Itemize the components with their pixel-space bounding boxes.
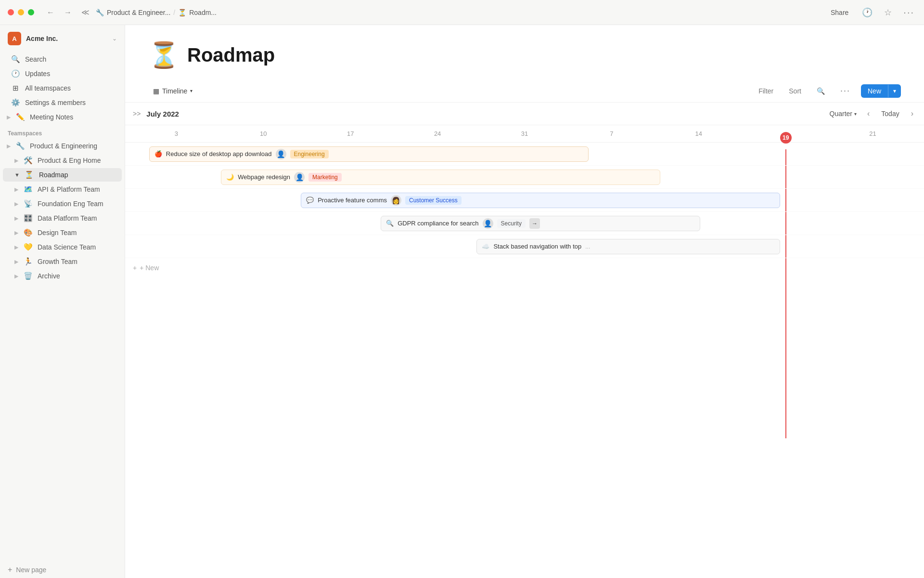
all-teamspaces-icon: ⊞ xyxy=(11,84,20,92)
growth-icon: 🏃 xyxy=(23,257,33,266)
share-button[interactable]: Share xyxy=(827,7,852,18)
timeline-nav-right: Quarter ▾ ‹ Today › xyxy=(826,107,916,120)
foundation-eng-icon: 📡 xyxy=(23,199,33,208)
growth-chevron: ▶ xyxy=(14,259,18,265)
task-label-4: GDPR compliance for search xyxy=(398,220,478,227)
sidebar-item-meeting-notes-label: Meeting Notes xyxy=(30,113,114,121)
new-button[interactable]: New xyxy=(861,84,888,98)
today-button[interactable]: Today xyxy=(876,108,904,119)
updates-icon: 🕐 xyxy=(11,69,20,78)
sidebar-item-search[interactable]: 🔍 Search xyxy=(3,53,122,66)
sort-button[interactable]: Sort xyxy=(784,85,806,97)
sidebar-toggle-button[interactable]: ≪ xyxy=(78,6,92,19)
view-chevron-icon: ▾ xyxy=(190,88,192,93)
more-options-button[interactable]: ··· xyxy=(901,5,916,20)
sidebar-item-api-platform[interactable]: ▶ 🗺️ API & Platform Team xyxy=(3,183,122,196)
sidebar-item-meeting-notes[interactable]: ▶ ✏️ Meeting Notes xyxy=(3,110,122,124)
design-chevron: ▶ xyxy=(14,230,18,236)
timeline-row-3: 💬 Proactive feature comms 👩 Customer Suc… xyxy=(125,189,924,212)
sidebar-item-api-platform-label: API & Platform Team xyxy=(38,185,114,193)
task-bar-gdpr[interactable]: 🔍 GDPR compliance for search 👤 Security … xyxy=(381,216,700,231)
task-emoji-5: ☁️ xyxy=(482,243,489,250)
breadcrumb-separator: / xyxy=(173,9,175,16)
titlebar: ← → ≪ 🔧 Product & Engineer... / ⏳ Roadm.… xyxy=(0,0,924,25)
new-page-label: New page xyxy=(16,566,46,574)
sidebar-item-settings[interactable]: ⚙️ Settings & members xyxy=(3,96,122,109)
sidebar: A Acme Inc. ⌄ 🔍 Search 🕐 Updates ⊞ All t… xyxy=(0,25,125,578)
new-button-dropdown[interactable]: ▾ xyxy=(888,85,901,97)
date-col-7: 7 xyxy=(568,130,655,137)
history-icon[interactable]: 🕐 xyxy=(860,5,874,20)
task-bar-desktop-download[interactable]: 🍎 Reduce size of desktop app download 👤 … xyxy=(149,146,589,162)
api-platform-chevron: ▶ xyxy=(14,186,18,193)
task-avatar-3: 👩 xyxy=(391,195,401,206)
sidebar-item-data-science[interactable]: ▶ 💛 Data Science Team xyxy=(3,240,122,254)
task-emoji-3: 💬 xyxy=(306,197,314,204)
task-bar-webpage-redesign[interactable]: 🌙 Webpage redesign 👤 Marketing xyxy=(221,170,660,185)
sidebar-item-growth[interactable]: ▶ 🏃 Growth Team xyxy=(3,255,122,268)
task-tag-2: Marketing xyxy=(308,173,342,182)
new-button-group: New ▾ xyxy=(861,84,901,98)
data-science-chevron: ▶ xyxy=(14,244,18,250)
add-label: + New xyxy=(140,264,159,272)
sidebar-item-foundation-eng[interactable]: ▶ 📡 Foundation Eng Team xyxy=(3,197,122,210)
meeting-notes-chevron: ▶ xyxy=(7,114,11,120)
timeline-row-5: ☁️ Stack based navigation with top ... xyxy=(125,235,924,258)
minimize-button[interactable] xyxy=(18,9,24,15)
maximize-button[interactable] xyxy=(28,9,34,15)
header-actions: Share 🕐 ☆ ··· xyxy=(827,5,916,20)
sidebar-item-product-engineering[interactable]: ▶ 🔧 Product & Engineering xyxy=(3,139,122,153)
breadcrumb-parent[interactable]: Product & Engineer... xyxy=(107,9,170,16)
timeline-expand-button[interactable]: >> xyxy=(133,110,141,118)
foundation-eng-chevron: ▶ xyxy=(14,201,18,207)
star-icon[interactable]: ☆ xyxy=(882,5,894,20)
more-toolbar-button[interactable]: ··· xyxy=(835,83,855,98)
forward-button[interactable]: → xyxy=(61,7,75,18)
view-selector-button[interactable]: ▦ Timeline ▾ xyxy=(148,85,197,97)
search-toolbar-button[interactable]: 🔍 xyxy=(812,85,830,97)
task-bar-stack-navigation[interactable]: ☁️ Stack based navigation with top ... xyxy=(476,239,780,254)
date-col-17: 17 xyxy=(307,130,394,137)
view-icon: ▦ xyxy=(153,87,159,95)
task-tag-3: Customer Success xyxy=(405,196,462,205)
back-button[interactable]: ← xyxy=(44,7,57,18)
product-eng-icon: 🔧 xyxy=(15,142,25,150)
task-label-3: Proactive feature comms xyxy=(318,197,387,204)
data-science-icon: 💛 xyxy=(23,243,33,251)
date-col-21: 21 xyxy=(829,130,916,137)
date-col-31: 31 xyxy=(481,130,568,137)
timeline-dates: 3 10 17 24 31 7 14 19 21 xyxy=(125,125,924,143)
new-page-button[interactable]: + New page xyxy=(0,562,125,578)
task-bar-feature-comms[interactable]: 💬 Proactive feature comms 👩 Customer Suc… xyxy=(301,193,780,208)
sidebar-item-all-teamspaces[interactable]: ⊞ All teamspaces xyxy=(3,81,122,95)
page-header: ⏳ Roadmap xyxy=(125,25,924,79)
sidebar-item-settings-label: Settings & members xyxy=(25,99,114,106)
quarter-selector-button[interactable]: Quarter ▾ xyxy=(826,108,860,119)
workspace-selector[interactable]: A Acme Inc. ⌄ xyxy=(0,25,125,52)
timeline-add-row[interactable]: + + New xyxy=(125,258,924,277)
timeline-prev-button[interactable]: ‹ xyxy=(864,107,873,120)
task-label-2: Webpage redesign xyxy=(238,173,290,181)
data-platform-icon: 🎛️ xyxy=(23,214,33,223)
toolbar: ▦ Timeline ▾ Filter Sort 🔍 ··· New ▾ xyxy=(125,79,924,103)
close-button[interactable] xyxy=(8,9,14,15)
date-col-24: 24 xyxy=(394,130,481,137)
breadcrumb-current[interactable]: Roadm... xyxy=(189,9,217,16)
timeline-nav: >> July 2022 Quarter ▾ ‹ Today › xyxy=(125,103,924,125)
date-col-3: 3 xyxy=(133,130,220,137)
timeline-next-button[interactable]: › xyxy=(908,107,916,120)
product-eng-home-chevron: ▶ xyxy=(14,158,18,164)
task-tag-4: Security xyxy=(497,219,526,228)
task-tag-1: Engineering xyxy=(290,150,329,158)
page-title-row: ⏳ Roadmap xyxy=(148,40,901,70)
page-title: Roadmap xyxy=(187,44,275,66)
timeline-body: 🍎 Reduce size of desktop app download 👤 … xyxy=(125,143,924,578)
sidebar-item-product-eng-home-label: Product & Eng Home xyxy=(38,157,114,164)
sidebar-item-updates[interactable]: 🕐 Updates xyxy=(3,67,122,80)
sidebar-item-roadmap[interactable]: ▼ ⏳ Roadmap xyxy=(3,168,122,182)
sidebar-item-data-platform[interactable]: ▶ 🎛️ Data Platform Team xyxy=(3,211,122,225)
sidebar-item-product-eng-home[interactable]: ▶ 🛠️ Product & Eng Home xyxy=(3,154,122,167)
filter-button[interactable]: Filter xyxy=(754,85,778,97)
sidebar-item-archive[interactable]: ▶ 🗑️ Archive xyxy=(3,269,122,283)
sidebar-item-design[interactable]: ▶ 🎨 Design Team xyxy=(3,226,122,239)
